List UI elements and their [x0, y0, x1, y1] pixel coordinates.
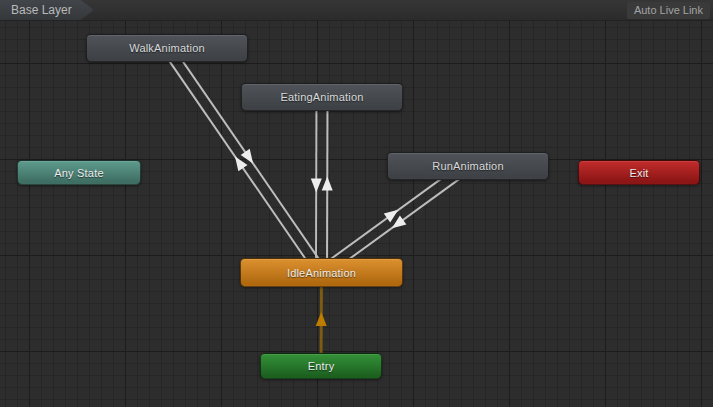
animator-grid-canvas[interactable]: WalkAnimationEatingAnimationRunAnimation…	[0, 0, 713, 407]
state-node-exit[interactable]: Exit	[578, 160, 700, 185]
state-node-label: RunAnimation	[432, 160, 504, 172]
transition-arrow-icon	[322, 177, 333, 191]
breadcrumb-label: Base Layer	[11, 3, 72, 17]
state-node-anystate[interactable]: Any State	[17, 160, 141, 185]
breadcrumb-base-layer[interactable]: Base Layer	[0, 0, 94, 20]
state-node-walk[interactable]: WalkAnimation	[86, 34, 248, 62]
state-node-eating[interactable]: EatingAnimation	[241, 83, 403, 111]
state-node-idle[interactable]: IdleAnimation	[240, 258, 403, 287]
transition-arrow-icon	[316, 312, 327, 326]
state-node-label: WalkAnimation	[129, 42, 205, 54]
state-node-label: Exit	[629, 167, 648, 179]
state-node-label: IdleAnimation	[287, 267, 356, 279]
state-node-label: Entry	[308, 360, 335, 372]
transition-arrow-icon	[384, 210, 399, 223]
transition-arrow-icon	[241, 149, 253, 164]
animator-toolbar: Base Layer Auto Live Link	[0, 0, 713, 21]
transition-arrow-icon	[392, 216, 407, 229]
animator-window: WalkAnimationEatingAnimationRunAnimation…	[0, 0, 713, 407]
state-node-label: EatingAnimation	[280, 91, 363, 103]
transition-arrow-icon	[311, 179, 322, 193]
state-node-label: Any State	[54, 167, 104, 179]
state-node-entry[interactable]: Entry	[260, 353, 382, 379]
auto-live-link-button[interactable]: Auto Live Link	[627, 2, 710, 19]
state-node-run[interactable]: RunAnimation	[387, 152, 549, 180]
transition-arrow-icon	[235, 157, 248, 172]
